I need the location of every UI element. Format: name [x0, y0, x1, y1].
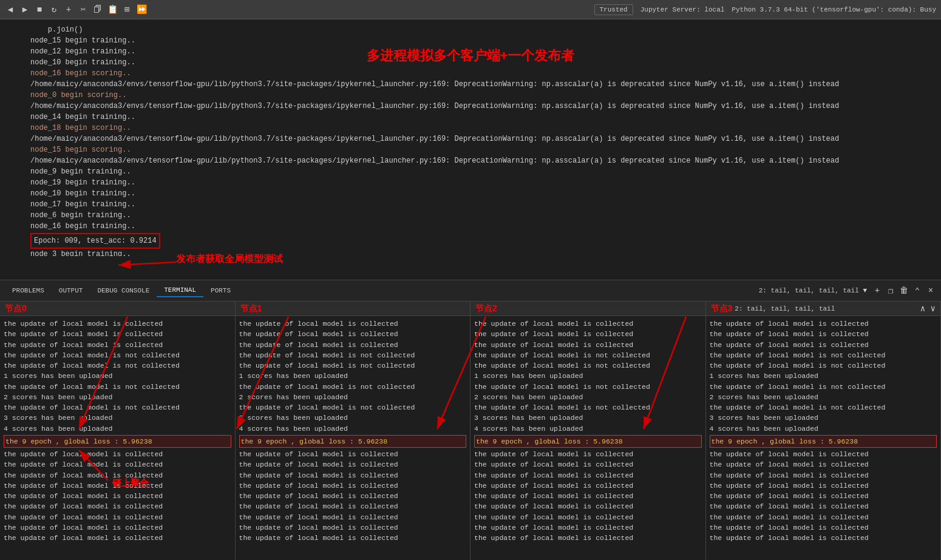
- highlighted-loss-0: the 9 epoch , global loss : 5.96238: [4, 435, 231, 448]
- output-line: p.join(): [30, 24, 936, 35]
- copy-icon[interactable]: 🗍: [92, 4, 103, 15]
- add-terminal-btn[interactable]: +: [872, 285, 883, 296]
- terminal-header-3: 节点3 2: tail, tail, tail, tail ∧ ∨: [706, 302, 941, 316]
- term-line: 3 scores has been uploaded: [4, 413, 231, 423]
- tab-terminal[interactable]: TERMINAL: [157, 284, 203, 297]
- term-line: the update of local model is collected: [239, 470, 467, 481]
- terminal-content-1: the update of local model is collected t…: [236, 316, 470, 559]
- scissors-icon[interactable]: ✂: [78, 4, 89, 15]
- term-line: the update of local model is collected: [710, 459, 937, 470]
- term-line: the update of local model is collected: [4, 340, 231, 350]
- stop-icon[interactable]: ■: [34, 4, 45, 15]
- output-line: /home/maicy/anaconda3/envs/tensorflow-gp…: [30, 79, 936, 90]
- epoch-line: Epoch: 009, test_acc: 0.9214: [30, 233, 160, 249]
- terminal-panel-0: 节点0 the update of local model is collect…: [0, 302, 236, 559]
- run-icon[interactable]: ⏩: [136, 4, 147, 15]
- term-line: the update of local model is collected: [4, 491, 231, 501]
- grid-icon[interactable]: ⊞: [121, 4, 132, 15]
- term-line: the update of local model is collected: [474, 449, 702, 459]
- term-line: the update of local model is collected: [474, 470, 702, 481]
- term-line: the update of local model is collected: [239, 329, 467, 339]
- terminal-header-1: 节点1: [236, 302, 470, 316]
- term-line: the update of local model is collected: [4, 319, 231, 329]
- term-line: the update of local model is collected: [710, 481, 937, 491]
- bottom-panel: PROBLEMS OUTPUT DEBUG CONSOLE TERMINAL P…: [0, 280, 941, 559]
- term-line: the update of local model is not collect…: [710, 360, 937, 371]
- terminal-dropdown-label[interactable]: 2: tail, tail, tail, tail ▼: [759, 287, 867, 294]
- output-line: node_17 begin training..: [30, 199, 936, 210]
- term-line: the update of local model is collected: [474, 459, 702, 470]
- term-line: the update of local model is collected: [4, 501, 231, 511]
- term-line: the update of local model is collected: [239, 340, 467, 350]
- term-line: 4 scores has been uploaded: [474, 423, 702, 434]
- server-info: Jupyter Server: local: [640, 6, 725, 13]
- paste-icon[interactable]: 📋: [107, 4, 118, 15]
- term-line: the update of local model is not collect…: [710, 350, 937, 360]
- play-icon[interactable]: ▶: [19, 4, 30, 15]
- term-line: the update of local model is not collect…: [710, 402, 937, 413]
- terminal-header-2: 节点2: [470, 302, 705, 316]
- term-line: the update of local model is collected: [474, 340, 702, 350]
- term-line: the update of local model is not collect…: [474, 350, 702, 360]
- term-line: 3 scores has been uploaded: [710, 413, 937, 423]
- term-line: 2 scores has been uploaded: [239, 392, 467, 402]
- term-line: the update of local model is collected: [4, 533, 231, 543]
- output-line: node_14 begin training..: [30, 112, 936, 123]
- term-line: the update of local model is collected: [710, 522, 937, 533]
- term-line: the update of local model is not collect…: [239, 382, 467, 392]
- term-line: the update of local model is not collect…: [710, 382, 937, 392]
- delete-terminal-btn[interactable]: 🗑: [899, 285, 909, 296]
- collapse-terminal-btn[interactable]: ⌃: [912, 285, 923, 296]
- output-line-warning: node_15 begin scoring..: [30, 144, 936, 155]
- tab-output[interactable]: OUTPUT: [52, 285, 90, 297]
- term-line: the update of local model is collected: [4, 522, 231, 533]
- node1-label: 节点1: [240, 303, 262, 314]
- term-line: the update of local model is collected: [239, 533, 467, 543]
- highlighted-loss-2: the 9 epoch , global loss : 5.96238: [474, 435, 702, 448]
- term-line: the update of local model is collected: [239, 512, 467, 522]
- terminal-panel-3: 节点3 2: tail, tail, tail, tail ∧ ∨ the up…: [706, 302, 942, 559]
- tab-ports[interactable]: PORTS: [203, 285, 238, 297]
- term-line: 1 scores has been uploaded: [4, 371, 231, 381]
- restart-icon[interactable]: ↻: [49, 4, 59, 15]
- trusted-badge[interactable]: Trusted: [594, 4, 633, 15]
- terminal-header-3-controls: ∧ ∨: [920, 303, 936, 314]
- terminal-panel-2: 节点2 the update of local model is collect…: [470, 302, 706, 559]
- tab-problems[interactable]: PROBLEMS: [5, 285, 52, 297]
- output-line: node_9 begin training..: [30, 166, 936, 177]
- term-line: the update of local model is not collect…: [4, 360, 231, 371]
- toolbar: ◀ ▶ ■ ↻ + ✂ 🗍 📋 ⊞ ⏩ Trusted Jupyter Serv…: [0, 0, 941, 19]
- term-line: the update of local model is collected: [710, 491, 937, 501]
- output-line: node_19 begin training..: [30, 177, 936, 188]
- term-line: the update of local model is collected: [710, 533, 937, 543]
- tab-actions: + ❐ 🗑 ⌃ ×: [872, 285, 936, 296]
- term-line: the update of local model is collected: [239, 491, 467, 501]
- term-line: the update of local model is not collect…: [239, 402, 467, 413]
- term-line: the update of local model is collected: [4, 329, 231, 339]
- terminal-content-3: the update of local model is collected t…: [706, 316, 941, 559]
- term-line: the update of local model is collected: [474, 512, 702, 522]
- add-cell-icon[interactable]: +: [63, 4, 74, 15]
- term-line: the update of local model is not collect…: [4, 402, 231, 413]
- split-terminal-btn[interactable]: ❐: [885, 285, 896, 296]
- term-line: 4 scores has been uploaded: [4, 423, 231, 434]
- tab-debug-console[interactable]: DEBUG CONSOLE: [90, 285, 157, 297]
- close-terminal-btn[interactable]: ×: [925, 285, 936, 296]
- highlighted-loss-3: the 9 epoch , global loss : 5.96238: [710, 435, 937, 448]
- term-line: 3 scores has been uploaded: [474, 413, 702, 423]
- output-line-warning: node_18 begin scoring..: [30, 123, 936, 133]
- notebook-area: 多进程模拟多个客户端+一个发布者 p.join() node_15 begin …: [0, 19, 941, 280]
- output-line: node_16 begin training..: [30, 221, 936, 232]
- term-line: the update of local model is collected: [710, 329, 937, 339]
- term-line: the update of local model is collected: [710, 501, 937, 511]
- output-line: node_10 begin training..: [30, 188, 936, 199]
- term-line: the update of local model is collected: [474, 481, 702, 491]
- term-line: 1 scores has been uploaded: [710, 371, 937, 381]
- term-line: the update of local model is collected: [474, 329, 702, 339]
- node2-label: 节点2: [475, 303, 497, 314]
- arrow-left-icon[interactable]: ◀: [5, 4, 16, 15]
- chain-annotation: 链上聚合: [112, 477, 149, 489]
- term-line: the update of local model is not collect…: [474, 360, 702, 371]
- terminal-header-3-extra: 2: tail, tail, tail, tail: [735, 305, 835, 312]
- term-line: the update of local model is collected: [239, 481, 467, 491]
